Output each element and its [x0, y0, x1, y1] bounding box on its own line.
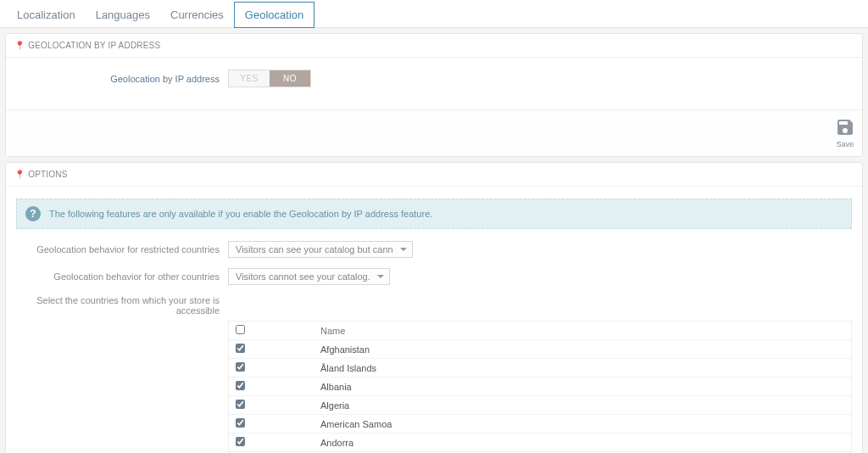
table-row: Andorra [229, 433, 851, 452]
country-name: American Samoa [314, 415, 851, 433]
country-checkbox[interactable] [236, 400, 245, 409]
country-checkbox[interactable] [236, 437, 245, 446]
country-checkbox[interactable] [236, 362, 245, 372]
country-checkbox-cell [229, 340, 314, 359]
tab-localization[interactable]: Localization [7, 3, 86, 27]
country-name: Andorra [314, 433, 851, 452]
country-checkbox[interactable] [236, 418, 245, 428]
panel-geolocation-heading-text: GEOLOCATION BY IP ADDRESS [28, 41, 160, 50]
country-checkbox-cell [229, 415, 314, 433]
country-checkbox-cell [229, 378, 314, 396]
info-text: The following features are only availabl… [49, 209, 432, 219]
panel-geolocation-by-ip: 📍GEOLOCATION BY IP ADDRESS Geolocation b… [5, 33, 863, 157]
panel-options-heading: 📍OPTIONS [6, 163, 862, 187]
table-row: Åland Islands [229, 359, 851, 378]
table-row: Afghanistan [229, 340, 851, 359]
save-button-label: Save [837, 140, 854, 148]
geolocation-ip-toggle[interactable]: YES NO [228, 70, 311, 87]
panel-geolocation-heading: 📍GEOLOCATION BY IP ADDRESS [6, 34, 862, 58]
country-name: Åland Islands [314, 359, 851, 378]
save-button[interactable]: Save [835, 117, 855, 149]
select-all-checkbox[interactable] [236, 325, 245, 334]
country-checkbox-cell [229, 396, 314, 415]
panel-options: 📍OPTIONS ? The following features are on… [5, 162, 863, 453]
countries-table-wrapper[interactable]: Name AfghanistanÅland IslandsAlbaniaAlge… [228, 321, 852, 453]
table-row: American Samoa [229, 415, 851, 433]
table-header-name: Name [314, 322, 851, 340]
restricted-countries-label: Geolocation behavior for restricted coun… [16, 244, 228, 254]
table-row: Albania [229, 378, 851, 396]
country-name: Algeria [314, 396, 851, 415]
country-name: Albania [314, 378, 851, 396]
location-pin-icon: 📍 [14, 41, 25, 50]
tab-languages[interactable]: Languages [86, 3, 160, 27]
question-icon: ? [25, 206, 41, 221]
tab-currencies[interactable]: Currencies [160, 3, 234, 27]
save-icon [835, 117, 855, 137]
info-banner: ? The following features are only availa… [16, 199, 852, 229]
country-checkbox-cell [229, 433, 314, 452]
country-checkbox-cell [229, 359, 314, 378]
country-checkbox[interactable] [236, 344, 245, 353]
panel-options-heading-text: OPTIONS [28, 170, 67, 179]
restricted-countries-select[interactable]: Visitors can see your catalog but cann [228, 241, 413, 258]
geolocation-ip-label: Geolocation by IP address [16, 74, 228, 84]
other-countries-select[interactable]: Visitors cannot see your catalog. [228, 268, 390, 285]
location-pin-icon: 📍 [14, 170, 25, 179]
country-name: Afghanistan [314, 340, 851, 359]
accessible-countries-label: Select the countries from which your sto… [16, 295, 228, 316]
tab-geolocation[interactable]: Geolocation [234, 2, 314, 28]
toggle-yes[interactable]: YES [229, 70, 270, 87]
table-header-checkbox [229, 322, 314, 340]
other-countries-label: Geolocation behavior for other countries [16, 271, 228, 282]
country-checkbox[interactable] [236, 381, 245, 390]
table-row: Algeria [229, 396, 851, 415]
tabs-bar: Localization Languages Currencies Geoloc… [0, 0, 868, 28]
toggle-no[interactable]: NO [270, 70, 310, 87]
countries-table: Name AfghanistanÅland IslandsAlbaniaAlge… [229, 322, 851, 453]
